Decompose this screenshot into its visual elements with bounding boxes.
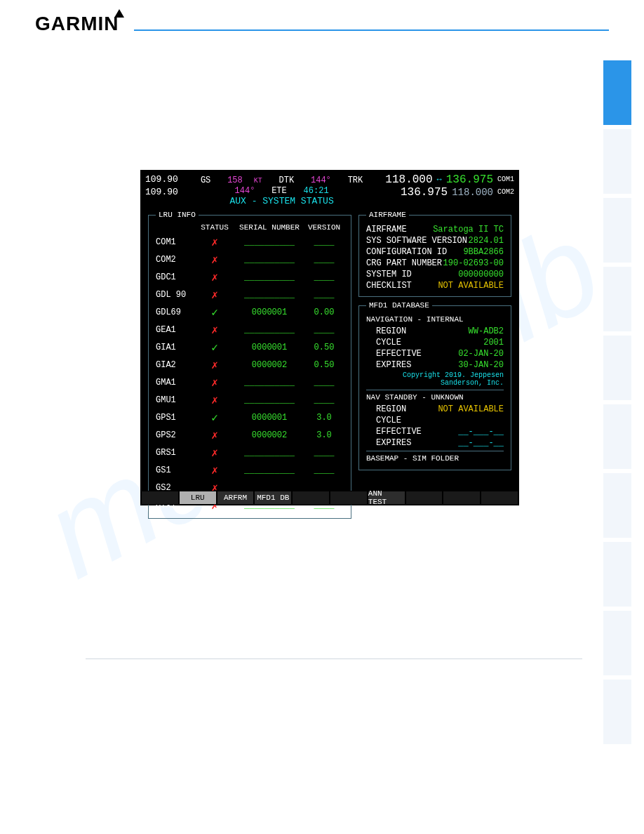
lru-version: ____ bbox=[304, 237, 344, 247]
db-row: EXPIRES30-JAN-20 bbox=[376, 360, 504, 370]
lru-row: GMA1✗______________ bbox=[156, 373, 344, 391]
nav-internal-title: NAVIGATION - INTERNAL bbox=[366, 315, 504, 324]
lru-name: GEA1 bbox=[156, 325, 195, 335]
lru-serial: __________ bbox=[234, 378, 304, 388]
airframe-row: SYSTEM ID000000000 bbox=[366, 270, 504, 279]
db-value: WW-ADB2 bbox=[469, 326, 504, 336]
lru-serial: 0000001 bbox=[234, 343, 304, 352]
airframe-key: CHECKLIST bbox=[366, 281, 412, 291]
airframe-row: CONFIGURATION ID9BBA2866 bbox=[366, 247, 504, 257]
airframe-row: CRG PART NUMBER190-02693-00 bbox=[366, 258, 504, 268]
footer-rule bbox=[86, 658, 582, 659]
airframe-key: AIRFRAME bbox=[366, 225, 407, 234]
airframe-value: 2824.01 bbox=[469, 236, 504, 246]
lru-version: 3.0 bbox=[304, 430, 344, 440]
lru-version: ____ bbox=[304, 448, 344, 458]
lru-serial: __________ bbox=[234, 272, 304, 282]
db-key: REGION bbox=[376, 404, 406, 414]
lru-name: GRS1 bbox=[156, 448, 195, 458]
lru-name: GIA1 bbox=[156, 343, 195, 352]
status-fail-icon: ✗ bbox=[195, 393, 234, 407]
db-row: REGIONNOT AVAILABLE bbox=[376, 404, 504, 414]
lru-serial: 0000002 bbox=[234, 430, 304, 440]
lru-row: GDL 90✗______________ bbox=[156, 286, 344, 303]
airframe-value: 9BBA2866 bbox=[463, 247, 504, 257]
lru-version: ____ bbox=[304, 465, 344, 475]
lru-version: ____ bbox=[304, 325, 344, 335]
lru-name: GPS2 bbox=[156, 430, 195, 440]
softkey[interactable]: ARFRM bbox=[217, 491, 255, 505]
nav-standby-title: NAV STANDBY - UNKNOWN bbox=[366, 393, 504, 402]
lru-info-title: LRU INFO bbox=[156, 211, 199, 219]
lru-version: ____ bbox=[304, 378, 344, 388]
lru-info-panel: LRU INFO STATUS SERIAL NUMBER VERSION CO… bbox=[148, 211, 351, 519]
db-key: CYCLE bbox=[376, 416, 401, 425]
airframe-key: SYSTEM ID bbox=[366, 270, 412, 279]
tab-6[interactable] bbox=[603, 404, 631, 469]
ete-label: ETE bbox=[271, 186, 287, 196]
com2-active: 118.000 bbox=[452, 186, 493, 199]
lru-version: 0.50 bbox=[304, 360, 344, 370]
lru-name: GDL 90 bbox=[156, 290, 195, 300]
tab-2[interactable] bbox=[603, 129, 631, 194]
lru-serial: __________ bbox=[234, 448, 304, 458]
db-value: 30-JAN-20 bbox=[458, 360, 504, 370]
swap-icon: ↔ bbox=[437, 173, 442, 186]
tab-4[interactable] bbox=[603, 267, 631, 331]
status-fail-icon: ✗ bbox=[195, 428, 234, 442]
db-value: 02-JAN-20 bbox=[458, 349, 504, 359]
status-ok-icon: ✓ bbox=[195, 305, 234, 319]
db-row: EFFECTIVE__-___-__ bbox=[376, 427, 504, 437]
airframe-key: SYS SOFTWARE VERSION bbox=[366, 236, 467, 246]
status-fail-icon: ✗ bbox=[195, 288, 234, 302]
softkey[interactable] bbox=[292, 491, 330, 505]
tab-3[interactable] bbox=[603, 198, 631, 263]
basemap-title: BASEMAP - SIM FOLDER bbox=[366, 454, 504, 463]
page-title: AUX - SYSTEM STATUS bbox=[178, 196, 386, 206]
lru-row: GDC1✗______________ bbox=[156, 268, 344, 286]
db-value: NOT AVAILABLE bbox=[438, 404, 504, 414]
lru-name: GMA1 bbox=[156, 378, 195, 388]
nav1-freq: 109.90 bbox=[145, 173, 178, 186]
lru-serial: 0000001 bbox=[234, 413, 304, 423]
lru-row: GDL69✓00000010.00 bbox=[156, 303, 344, 321]
gs-label: GS bbox=[201, 176, 210, 185]
dtk-label: DTK bbox=[279, 176, 295, 185]
airframe-title: AIRFRAME bbox=[366, 211, 409, 219]
com1-label: COM1 bbox=[497, 173, 514, 186]
tab-5[interactable] bbox=[603, 336, 631, 400]
lru-name: COM2 bbox=[156, 255, 195, 265]
softkey[interactable] bbox=[443, 491, 481, 505]
db-value: __-___-__ bbox=[458, 427, 504, 437]
softkey[interactable]: ANN TEST bbox=[368, 491, 405, 505]
status-fail-icon: ✗ bbox=[195, 253, 234, 267]
status-fail-icon: ✗ bbox=[195, 270, 234, 284]
dtk-value: 144° bbox=[311, 176, 331, 185]
db-row: CYCLE2001 bbox=[376, 338, 504, 348]
db-key: EXPIRES bbox=[376, 438, 411, 448]
tab-10[interactable] bbox=[603, 680, 631, 744]
softkey[interactable] bbox=[405, 491, 443, 505]
lru-name: GIA2 bbox=[156, 360, 195, 370]
com1-standby: 118.000 bbox=[385, 173, 432, 186]
lru-serial: __________ bbox=[234, 237, 304, 247]
softkey[interactable] bbox=[141, 491, 179, 505]
tab-7[interactable] bbox=[603, 473, 631, 538]
gs-unit: KT bbox=[254, 177, 262, 185]
airframe-row: SYS SOFTWARE VERSION2824.01 bbox=[366, 236, 504, 246]
softkey[interactable] bbox=[481, 491, 518, 505]
tab-active[interactable] bbox=[603, 60, 631, 125]
status-fail-icon: ✗ bbox=[195, 463, 234, 477]
lru-name: GS1 bbox=[156, 465, 195, 475]
copyright-text: Copyright 2019. Jeppesen Sanderson, Inc. bbox=[366, 371, 504, 387]
tab-8[interactable] bbox=[603, 542, 631, 607]
lru-name: GMU1 bbox=[156, 395, 195, 405]
status-fail-icon: ✗ bbox=[195, 358, 234, 372]
softkey[interactable]: LRU bbox=[179, 491, 217, 505]
softkey[interactable]: MFD1 DB bbox=[254, 491, 292, 505]
com-freq-block: 118.000 ↔ 136.975 COM1 136.975 118.000 C… bbox=[385, 173, 514, 199]
lru-version: ____ bbox=[304, 272, 344, 282]
com2-label: COM2 bbox=[497, 186, 514, 199]
softkey[interactable] bbox=[330, 491, 368, 505]
tab-9[interactable] bbox=[603, 611, 631, 675]
